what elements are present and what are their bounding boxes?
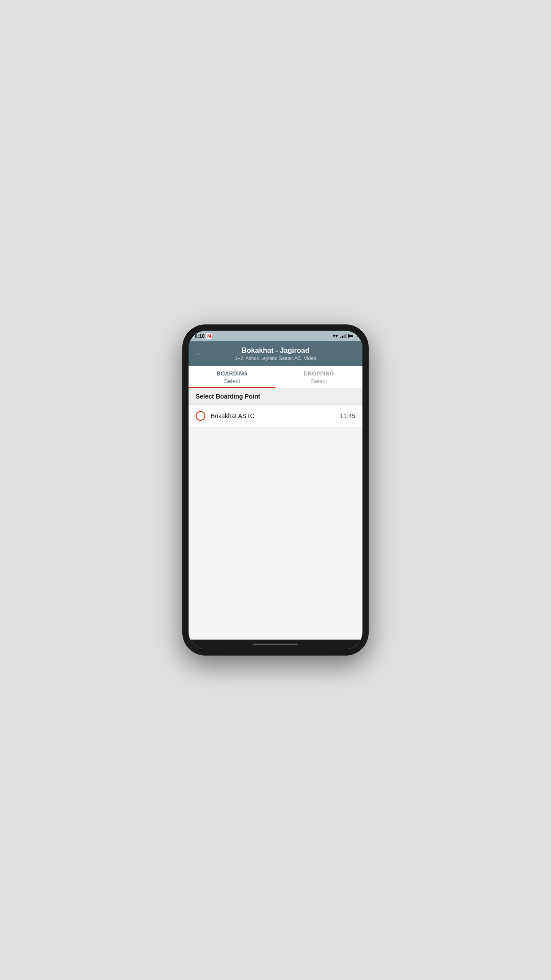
time-display: 6:10 xyxy=(195,333,205,339)
status-icons: ▾▾ xyxy=(333,333,356,339)
gmail-icon: M xyxy=(206,333,212,339)
stop-name: Bokakhat ASTC xyxy=(211,412,340,419)
tab-dropping-label: DROPPING xyxy=(304,371,334,377)
section-header: Select Boarding Point xyxy=(189,388,362,405)
signal-icon xyxy=(340,334,346,338)
stop-time: 11:45 xyxy=(340,412,355,419)
status-bar: 6:10 M ▾▾ xyxy=(189,331,362,341)
boarding-point-item[interactable]: Bokakhat ASTC 11:45 xyxy=(189,405,362,427)
status-time-area: 6:10 M xyxy=(195,333,212,339)
radio-button[interactable] xyxy=(196,411,205,421)
tabs-container: BOARDING Select DROPPING Select xyxy=(189,366,362,388)
home-indicator xyxy=(189,640,362,649)
battery-icon xyxy=(348,334,356,338)
phone-screen: 6:10 M ▾▾ ← Bokakhat - Jagiroad 1+2, Ash… xyxy=(189,331,362,649)
tab-boarding[interactable]: BOARDING Select xyxy=(189,366,276,388)
wifi-icon: ▾▾ xyxy=(333,333,338,339)
tab-dropping[interactable]: DROPPING Select xyxy=(276,366,362,388)
tab-boarding-underline xyxy=(189,387,276,388)
app-bar-title: Bokakhat - Jagiroad xyxy=(242,347,310,355)
tab-boarding-label: BOARDING xyxy=(216,371,247,377)
tab-dropping-sublabel: Select xyxy=(311,378,327,388)
back-button[interactable]: ← xyxy=(196,349,204,359)
app-bar: ← Bokakhat - Jagiroad 1+2, Ashok Leyland… xyxy=(189,341,362,366)
phone-frame: 6:10 M ▾▾ ← Bokakhat - Jagiroad 1+2, Ash… xyxy=(182,324,369,656)
home-bar xyxy=(253,644,298,645)
content-area: Select Boarding Point Bokakhat ASTC 11:4… xyxy=(189,388,362,640)
radio-inner xyxy=(198,414,203,418)
app-bar-subtitle: 1+2, Ashok Leyland Seater,AC, Video xyxy=(235,356,316,361)
